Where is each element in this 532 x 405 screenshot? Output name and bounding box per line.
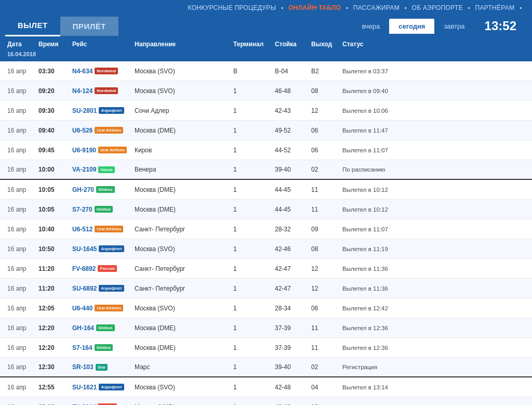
flight-number: U6-512	[72, 226, 92, 233]
cell-flight: VA-2109 Venus	[70, 165, 132, 174]
cell-direction: Москва (DME)	[132, 323, 231, 333]
cell-date: 16 апр	[5, 323, 36, 333]
flight-table: 16 апр 03:30 N4-634 Nordwind Москва (SVO…	[0, 61, 532, 405]
table-row: 16 апр 12:05 U6-440 Ural Airlines Москва…	[0, 298, 532, 318]
cell-desk: 37-39	[273, 343, 309, 352]
col-time: Время	[36, 39, 70, 49]
cell-status: Вылетел в 11:47	[340, 126, 527, 135]
cell-desk: 37-39	[273, 323, 309, 333]
cell-desk: 28-32	[273, 225, 309, 234]
cell-status: Вылетел в 11:19	[340, 245, 527, 253]
cell-gate: B2	[309, 67, 340, 76]
cell-gate: 02	[309, 362, 340, 372]
cell-gate: 12	[309, 402, 340, 406]
flight-number: N4-124	[72, 87, 92, 95]
cell-flight: U6-440 Ural Airlines	[70, 304, 132, 313]
date-display: 16.04.2018	[5, 49, 36, 59]
cell-terminal: 1	[231, 205, 273, 214]
cell-direction: Москва (SVO)	[132, 67, 231, 76]
cell-terminal: 1	[231, 362, 273, 372]
tab-arrival[interactable]: ПРИЛЁТ	[60, 17, 118, 36]
cell-direction: Сочи Адлер	[132, 106, 231, 115]
cell-gate: 06	[309, 304, 340, 313]
tab-departure[interactable]: ВЫЛЕТ	[5, 16, 60, 36]
cell-status: Вылетел в 11:07	[340, 225, 527, 233]
cell-gate: 11	[309, 343, 340, 352]
cell-direction: Москва (SVO)	[132, 86, 231, 96]
cell-direction: Москва (DME)	[132, 126, 231, 135]
cell-status: Вылетел в 03:37	[340, 67, 527, 75]
cell-flight: S7-164 Globus	[70, 343, 132, 352]
cell-date: 16 апр	[5, 165, 36, 174]
day-today[interactable]: сегодня	[389, 19, 434, 34]
cell-status: Вылетел в 10:12	[340, 186, 527, 194]
col-status: Статус	[340, 39, 527, 49]
cell-flight: FV-6144 Россия	[70, 402, 132, 406]
cell-time: 12:20	[36, 343, 70, 352]
cell-desk: 42-47	[273, 264, 309, 273]
cell-desk: 39-40	[273, 165, 309, 174]
cell-flight: SR-103 Star	[70, 362, 132, 372]
cell-terminal: 1	[231, 383, 273, 392]
table-row: 16 апр 10:50 SU-1645 Аэрофлот Москва (SV…	[0, 239, 532, 259]
cell-time: 11:20	[36, 284, 70, 293]
cell-time: 12:05	[36, 304, 70, 313]
cell-gate: 04	[309, 383, 340, 392]
cell-desk: 42-47	[273, 284, 309, 293]
cell-gate: 09	[309, 225, 340, 234]
nav-partners[interactable]: ПАРТНЁРАМ	[470, 4, 520, 11]
table-row: 16 апр 11:20 SU-6892 Аэрофлот Санкт- Пет…	[0, 279, 532, 298]
cell-flight: FV-6892 Россия	[70, 264, 132, 273]
flight-number: GH-164	[72, 324, 94, 332]
cell-time: 09:45	[36, 146, 70, 155]
table-row: 16 апр 12:55 SU-1621 Аэрофлот Москва (SV…	[0, 377, 532, 397]
cell-status: Вылетел в 13:35	[340, 403, 527, 406]
table-row: 16 апр 09:30 SU-2801 Аэрофлот Сочи Адлер…	[0, 101, 532, 121]
cell-terminal: 1	[231, 165, 273, 174]
cell-terminal: 1	[231, 323, 273, 333]
cell-status: Вылетел в 13:14	[340, 383, 527, 391]
cell-terminal: 1	[231, 106, 273, 115]
cell-direction: Москва (DME)	[132, 205, 231, 214]
cell-flight: S7-270 Globus	[70, 205, 132, 214]
cell-date: 16 апр	[5, 284, 36, 293]
table-row: 16 апр 12:30 SR-103 Star Марс 1 39-40 02…	[0, 358, 532, 377]
nav-airport[interactable]: ОБ АЭРОПОРТЕ	[407, 4, 468, 11]
day-tabs: вчера сегодня завтра	[352, 19, 474, 34]
cell-time: 12:20	[36, 323, 70, 333]
cell-direction: Москва (SVO)	[132, 244, 231, 254]
cell-status: Вылетел в 10:06	[340, 107, 527, 115]
flight-number: SR-103	[72, 363, 94, 371]
flight-number: U6-526	[72, 127, 92, 134]
cell-status: Регистрация	[340, 363, 527, 371]
cell-status: Вылетел в 12:36	[340, 324, 527, 332]
cell-gate: 12	[309, 264, 340, 273]
cell-date: 16 апр	[5, 185, 36, 194]
cell-desk: 44-45	[273, 205, 309, 214]
table-row: 16 апр 09:20 N4-124 Nordwind Москва (SVO…	[0, 81, 532, 101]
cell-desk: 42-46	[273, 244, 309, 254]
day-tomorrow[interactable]: завтра	[434, 19, 474, 34]
cell-flight: SU-1645 Аэрофлот	[70, 244, 132, 254]
airline-logo: Globus	[95, 206, 113, 213]
cell-direction: Москва (DME)	[132, 343, 231, 352]
flight-number: SU-6892	[72, 285, 97, 292]
col-date: Дата	[5, 39, 36, 49]
cell-flight: SU-2801 Аэрофлот	[70, 106, 132, 115]
col-terminal: Терминал	[231, 39, 273, 49]
cell-time: 03:30	[36, 67, 70, 76]
nav-procedures[interactable]: КОНКУРСНЫЕ ПРОЦЕДУРЫ	[183, 4, 282, 11]
cell-flight: U6-9190 Ural Airlines	[70, 146, 132, 155]
current-time: 13:52	[474, 19, 527, 33]
cell-gate: 12	[309, 106, 340, 115]
cell-date: 16 апр	[5, 86, 36, 96]
top-nav: КОНКУРСНЫЕ ПРОЦЕДУРЫ • ОНЛАЙН-ТАБЛО • ПА…	[0, 0, 532, 16]
cell-gate: 06	[309, 126, 340, 135]
cell-flight: U6-512 Ural Airlines	[70, 225, 132, 234]
day-yesterday[interactable]: вчера	[352, 19, 389, 34]
nav-passengers[interactable]: ПАССАЖИРАМ	[348, 4, 405, 11]
airline-logo: Ural Airlines	[95, 127, 123, 134]
cell-date: 16 апр	[5, 343, 36, 352]
nav-online-board[interactable]: ОНЛАЙН-ТАБЛО	[283, 4, 346, 11]
table-row: 16 апр 03:30 N4-634 Nordwind Москва (SVO…	[0, 61, 532, 81]
